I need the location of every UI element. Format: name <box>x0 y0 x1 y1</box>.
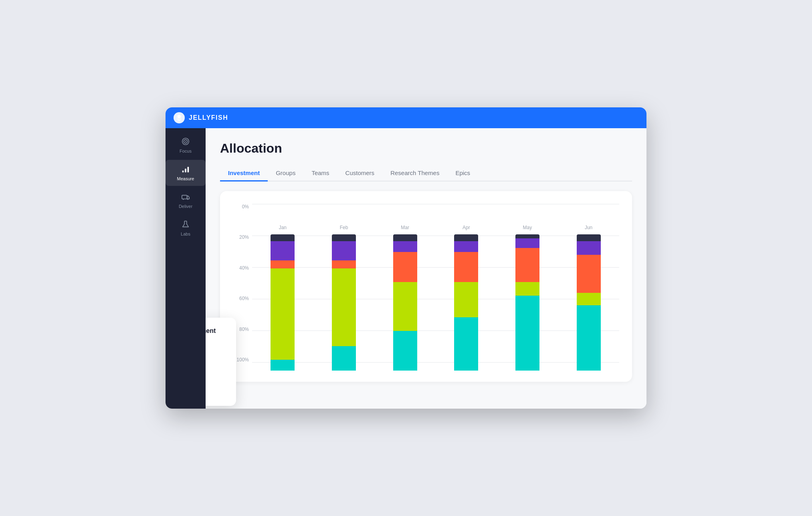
bar-col-apr <box>454 234 478 371</box>
bar-segment-roadmap <box>454 317 478 371</box>
bar-segment-other <box>515 234 539 238</box>
main-layout: Focus Measure <box>166 128 646 409</box>
tabs-nav: Investment Groups Teams Customers Resear… <box>220 165 632 181</box>
bar-segment-support <box>393 241 417 252</box>
tab-groups[interactable]: Groups <box>268 165 303 181</box>
app-frame: JELLYFISH Focus <box>166 107 646 409</box>
svg-rect-7 <box>182 171 184 173</box>
svg-point-0 <box>178 115 181 119</box>
bar-top-label: Mar <box>401 225 409 233</box>
legend-item-roadmap: Roadmap <box>206 341 225 348</box>
page-title: Allocation <box>220 141 632 156</box>
bar-segment-unplanned <box>271 268 295 360</box>
bar-segment-unplanned <box>332 268 356 346</box>
bar-group-feb: Feb <box>328 204 360 371</box>
y-label-40: 40% <box>233 265 252 271</box>
measure-icon <box>181 165 190 175</box>
bar-segment-other <box>577 234 601 241</box>
bar-top-label: Jan <box>279 225 287 233</box>
sidebar: Focus Measure <box>166 128 206 409</box>
bar-segment-roadmap <box>577 305 601 371</box>
tab-teams[interactable]: Teams <box>303 165 337 181</box>
legend-title: Engineering Investment <box>206 327 225 335</box>
bar-segment-other <box>454 234 478 241</box>
bar-segment-infrastructure <box>515 248 539 282</box>
bar-segment-roadmap <box>332 346 356 371</box>
y-label-20: 20% <box>233 234 252 240</box>
bar-segment-roadmap <box>393 331 417 371</box>
bar-segment-unplanned <box>515 282 539 296</box>
legend-popup: Engineering Investment RoadmapUnplannedI… <box>206 318 236 406</box>
bar-wrapper-feb: Feb <box>332 225 356 371</box>
y-label-60: 60% <box>233 296 252 301</box>
sidebar-item-focus[interactable]: Focus <box>166 132 206 158</box>
chart-grid: 100% 80% 60% 40% 20% 0% <box>233 204 619 372</box>
logo-icon <box>174 112 185 123</box>
legend-item-unplanned: Unplanned <box>206 353 225 360</box>
bar-segment-infrastructure <box>332 260 356 268</box>
svg-rect-8 <box>185 169 186 172</box>
tab-epics[interactable]: Epics <box>447 165 478 181</box>
svg-point-12 <box>187 199 188 200</box>
chart-outer: 100% 80% 60% 40% 20% 0% <box>220 191 632 382</box>
bar-segment-infrastructure <box>393 252 417 282</box>
sidebar-deliver-label: Deliver <box>179 204 192 209</box>
bar-top-label: Jun <box>585 225 592 233</box>
logo-text: JELLYFISH <box>189 114 228 121</box>
svg-line-3 <box>180 119 180 121</box>
bar-segment-other <box>271 234 295 241</box>
bar-wrapper-jan: Jan <box>271 225 295 371</box>
bar-segment-infrastructure <box>271 260 295 268</box>
bar-segment-other <box>332 234 356 241</box>
svg-line-1 <box>178 119 178 121</box>
bar-group-may: May <box>511 204 543 371</box>
sidebar-item-measure[interactable]: Measure <box>166 160 206 186</box>
top-bar: JELLYFISH <box>166 107 646 128</box>
bar-segment-unplanned <box>577 293 601 305</box>
tab-customers[interactable]: Customers <box>337 165 383 181</box>
bar-group-mar: Mar <box>389 204 421 371</box>
bar-top-label: Apr <box>463 225 470 233</box>
bar-group-apr: Apr <box>450 204 482 371</box>
tab-research-themes[interactable]: Research Themes <box>382 165 447 181</box>
legend-item-infrastructure: Infrastructure <box>206 365 225 372</box>
bar-wrapper-jun: Jun <box>577 225 601 371</box>
bar-segment-other <box>393 234 417 241</box>
bar-segment-roadmap <box>271 360 295 371</box>
bar-segment-unplanned <box>454 282 478 317</box>
bar-wrapper-mar: Mar <box>393 225 417 371</box>
chart-area: 100% 80% 60% 40% 20% 0% <box>233 204 619 372</box>
bar-col-may <box>515 234 539 371</box>
y-label-0: 0% <box>233 204 252 210</box>
svg-rect-10 <box>182 195 187 199</box>
svg-point-11 <box>183 199 184 200</box>
sidebar-item-labs[interactable]: Labs <box>166 215 206 241</box>
svg-rect-9 <box>188 167 189 173</box>
bar-segment-unplanned <box>393 282 417 331</box>
bar-segment-support <box>577 241 601 255</box>
bar-group-jun: Jun <box>573 204 605 371</box>
bar-segment-infrastructure <box>454 252 478 282</box>
bar-segment-support <box>332 241 356 260</box>
bar-top-label: May <box>523 225 532 233</box>
bar-col-jan <box>271 234 295 371</box>
labs-icon <box>181 220 190 230</box>
bar-wrapper-apr: Apr <box>454 225 478 371</box>
bar-col-mar <box>393 234 417 371</box>
legend-item-support: Support <box>206 377 225 384</box>
bar-segment-roadmap <box>515 296 539 371</box>
bar-wrapper-may: May <box>515 225 539 371</box>
bar-segment-infrastructure <box>577 255 601 293</box>
sidebar-labs-label: Labs <box>181 232 190 236</box>
svg-point-6 <box>185 141 186 142</box>
bar-col-jun <box>577 234 601 371</box>
chart-inner: JanFebMarAprMayJun <box>252 204 619 372</box>
sidebar-item-deliver[interactable]: Deliver <box>166 187 206 214</box>
bar-segment-support <box>454 241 478 252</box>
legend-item-other: Other <box>206 389 225 396</box>
focus-icon <box>181 137 190 147</box>
tab-investment[interactable]: Investment <box>220 165 268 181</box>
chart-card: 100% 80% 60% 40% 20% 0% <box>220 191 632 382</box>
sidebar-measure-label: Measure <box>177 176 194 181</box>
content-area: Allocation Investment Groups Teams Custo… <box>206 128 646 409</box>
